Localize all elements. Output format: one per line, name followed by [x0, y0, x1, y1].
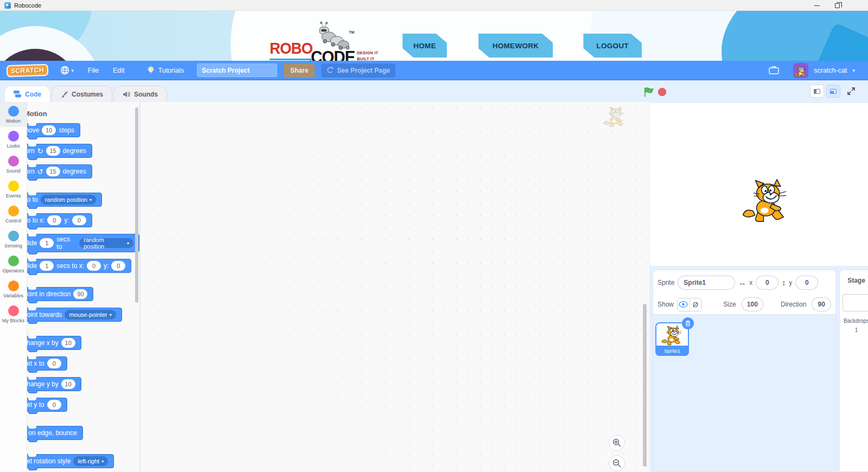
- tab-code[interactable]: Code: [4, 86, 50, 102]
- block-number-input[interactable]: 10: [42, 125, 56, 135]
- block-number-input[interactable]: 0: [47, 400, 61, 410]
- block-number-input[interactable]: 90: [73, 289, 87, 299]
- tutorials-menu[interactable]: Tutorials: [146, 66, 184, 75]
- tab-costumes[interactable]: Costumes: [52, 86, 112, 102]
- folder-icon[interactable]: [769, 66, 779, 74]
- block-dropdown[interactable]: random position: [79, 238, 133, 248]
- scratch-logo[interactable]: SCRATCH: [7, 63, 49, 77]
- block-number-input[interactable]: 0: [47, 215, 61, 225]
- palette-block-if-on-edge-bounce[interactable]: if on edge, bounce: [27, 426, 83, 440]
- palette-block-change-y[interactable]: change y by10: [27, 377, 81, 391]
- language-selector[interactable]: ▾: [60, 66, 74, 75]
- tab-sounds[interactable]: Sounds: [113, 86, 167, 102]
- direction-input[interactable]: 90: [812, 297, 831, 311]
- block-number-input[interactable]: 15: [46, 146, 60, 156]
- sprite-name-input[interactable]: [678, 276, 735, 290]
- category-sensing[interactable]: Sensing: [0, 227, 27, 252]
- x-position-input[interactable]: 0: [756, 276, 778, 290]
- logout-button[interactable]: LOGOUT: [583, 34, 642, 58]
- palette-block-point-in-direction[interactable]: point in direction90: [27, 287, 93, 301]
- large-stage-button[interactable]: [826, 85, 840, 98]
- category-color-dot: [8, 206, 19, 216]
- restore-icon[interactable]: [835, 3, 840, 8]
- block-label: degrees: [63, 168, 86, 175]
- category-motion[interactable]: Motion: [0, 102, 27, 127]
- turn-counterclockwise-icon: ↺: [37, 168, 43, 176]
- account-chevron-down-icon[interactable]: ▾: [852, 68, 855, 73]
- hide-sprite-button[interactable]: Ø: [690, 298, 701, 311]
- category-control[interactable]: Control: [0, 202, 27, 227]
- show-label: Show: [658, 301, 674, 308]
- palette-block-glide-to-xy[interactable]: glide1secs to x:0y:0: [27, 259, 131, 273]
- block-dropdown[interactable]: mouse-pointer: [65, 310, 116, 320]
- site-nav: HOME HOMEWORK LOGOUT: [403, 34, 642, 58]
- category-color-dot: [8, 256, 19, 266]
- canvas-scrollbar[interactable]: [643, 304, 647, 467]
- stop-button[interactable]: [658, 88, 666, 96]
- block-number-input[interactable]: 0: [72, 215, 86, 225]
- block-number-input[interactable]: 10: [61, 379, 75, 389]
- size-label: Size: [723, 301, 736, 308]
- block-number-input[interactable]: 10: [61, 338, 75, 348]
- block-label: y:: [64, 216, 69, 224]
- size-input[interactable]: 100: [742, 297, 763, 311]
- block-number-input[interactable]: 15: [46, 167, 60, 176]
- stage[interactable]: [650, 103, 868, 266]
- block-number-input[interactable]: 1: [40, 238, 54, 248]
- delete-sprite-button[interactable]: [682, 317, 694, 329]
- category-looks[interactable]: Looks: [0, 127, 27, 152]
- file-menu[interactable]: File: [88, 67, 99, 74]
- block-dropdown[interactable]: random position: [41, 195, 96, 205]
- category-label: Control: [5, 218, 21, 224]
- code-canvas[interactable]: [141, 102, 649, 472]
- project-title-input[interactable]: [197, 63, 277, 77]
- zoom-out-button[interactable]: [609, 455, 625, 471]
- palette-block-set-rotation-style[interactable]: set rotation styleleft-right: [27, 454, 114, 468]
- share-button[interactable]: Share: [284, 63, 315, 78]
- user-avatar[interactable]: [793, 63, 808, 78]
- backdrop-thumbnail[interactable]: [843, 294, 868, 311]
- zoom-in-button[interactable]: [609, 435, 625, 451]
- username-label[interactable]: scratch-cat: [814, 67, 847, 74]
- palette-block-turn-right[interactable]: turn↻15degrees: [27, 144, 92, 158]
- palette-block-point-towards[interactable]: point towardsmouse-pointer: [27, 308, 122, 322]
- show-sprite-button[interactable]: [678, 298, 690, 311]
- block-number-input[interactable]: 0: [87, 261, 101, 271]
- palette-block-set-x[interactable]: set x to0: [27, 356, 67, 371]
- palette-block-move-steps[interactable]: move10steps: [27, 123, 80, 137]
- palette-block-go-to-xy[interactable]: go to x:0y:0: [27, 213, 92, 227]
- block-number-input[interactable]: 0: [47, 359, 61, 368]
- palette-block-change-x[interactable]: change x by10: [27, 336, 81, 350]
- small-stage-button[interactable]: [810, 85, 824, 98]
- see-project-page-button[interactable]: See Project Page: [321, 63, 395, 78]
- block-number-input[interactable]: 1: [40, 261, 54, 271]
- sprite-thumbnail-selected[interactable]: Sprite1: [655, 322, 689, 356]
- category-operators[interactable]: Operators: [0, 252, 27, 277]
- fullscreen-button[interactable]: [845, 85, 858, 98]
- category-events[interactable]: Events: [0, 177, 27, 202]
- backdrops-label: Backdrops: [840, 318, 868, 324]
- palette-block-set-y[interactable]: set y to0: [27, 398, 67, 412]
- window-title: Robocode: [14, 2, 41, 9]
- edit-menu[interactable]: Edit: [113, 67, 125, 74]
- palette-scrollbar[interactable]: [135, 107, 138, 303]
- stage-sprite-cat[interactable]: [741, 179, 791, 225]
- backdrop-panel[interactable]: Stage Backdrops 1: [839, 270, 868, 472]
- stage-size-controls: [810, 85, 858, 98]
- green-flag-button[interactable]: [643, 87, 654, 97]
- home-button[interactable]: HOME: [403, 34, 447, 58]
- block-number-input[interactable]: 0: [111, 261, 125, 271]
- minimize-icon[interactable]: [814, 5, 820, 6]
- category-color-dot: [8, 231, 19, 241]
- block-dropdown[interactable]: left-right: [73, 456, 108, 466]
- category-variables[interactable]: Variables: [0, 277, 27, 302]
- y-position-input[interactable]: 0: [795, 276, 818, 290]
- y-label: y: [789, 279, 792, 286]
- palette-block-turn-left[interactable]: turn↺15degrees: [27, 164, 92, 178]
- palette-block-go-to[interactable]: go torandom position: [27, 193, 102, 207]
- category-my-blocks[interactable]: My Blocks: [0, 302, 27, 327]
- window-titlebar: Robocode: [0, 0, 868, 11]
- homework-button[interactable]: HOMEWORK: [478, 34, 553, 58]
- palette-block-glide-to[interactable]: glide1secs torandom position: [27, 234, 139, 252]
- category-sound[interactable]: Sound: [0, 152, 27, 177]
